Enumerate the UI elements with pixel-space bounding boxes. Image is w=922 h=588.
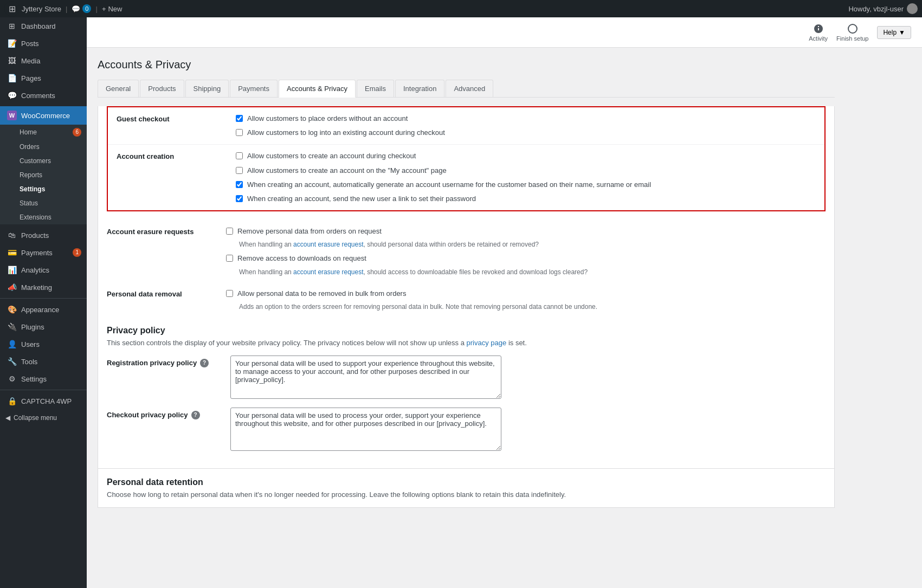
sidebar-item-marketing[interactable]: 📣 Marketing bbox=[0, 279, 87, 296]
allow-orders-no-account-label[interactable]: Allow customers to place orders without … bbox=[247, 114, 408, 124]
tab-accounts-privacy[interactable]: Accounts & Privacy bbox=[279, 80, 356, 98]
comment-badge: 0 bbox=[82, 4, 91, 13]
woocommerce-header[interactable]: W WooCommerce bbox=[0, 106, 87, 125]
finish-setup-icon bbox=[847, 23, 858, 34]
checkout-policy-help-icon[interactable]: ? bbox=[191, 411, 200, 419]
tab-integration[interactable]: Integration bbox=[395, 80, 444, 97]
account-creation-label: Account creation bbox=[117, 151, 236, 160]
allow-login-checkout-label[interactable]: Allow customers to log into an existing … bbox=[247, 128, 445, 138]
new-item-btn[interactable]: + New bbox=[102, 5, 122, 13]
tools-icon: 🔧 bbox=[7, 357, 17, 366]
woo-subitem-orders[interactable]: Orders bbox=[0, 140, 87, 154]
allow-login-checkout-checkbox[interactable] bbox=[236, 129, 243, 136]
registration-policy-help-icon[interactable]: ? bbox=[200, 359, 209, 367]
sidebar-label-plugins: Plugins bbox=[21, 323, 44, 331]
products-icon: 🛍 bbox=[7, 231, 17, 240]
registration-policy-textarea[interactable]: Your personal data will be used to suppo… bbox=[230, 356, 501, 399]
marketing-icon: 📣 bbox=[7, 283, 17, 292]
tab-shipping[interactable]: Shipping bbox=[185, 80, 229, 97]
svg-point-0 bbox=[848, 24, 857, 33]
woo-subitem-customers[interactable]: Customers bbox=[0, 154, 87, 168]
remove-downloads-hint: When handling an account erasure request… bbox=[239, 268, 826, 276]
woo-subitem-settings[interactable]: Settings bbox=[0, 182, 87, 196]
tab-emails[interactable]: Emails bbox=[357, 80, 394, 97]
comment-count[interactable]: 💬 0 bbox=[72, 4, 91, 13]
send-password-link-checkbox[interactable] bbox=[236, 195, 243, 202]
payments-icon: 💳 bbox=[7, 248, 17, 257]
woo-subitem-extensions[interactable]: Extensions bbox=[0, 210, 87, 224]
help-button[interactable]: Help ▼ bbox=[877, 26, 911, 39]
sidebar-label-marketing: Marketing bbox=[21, 283, 52, 292]
remove-personal-data-label[interactable]: Remove personal data from orders on requ… bbox=[237, 227, 382, 236]
sidebar-label-settings: Settings bbox=[21, 375, 47, 383]
remove-downloads-checkbox[interactable] bbox=[226, 255, 233, 262]
auto-generate-username-checkbox[interactable] bbox=[236, 181, 243, 188]
create-account-myaccount-checkbox[interactable] bbox=[236, 167, 243, 174]
collapse-icon: ◀ bbox=[5, 414, 10, 422]
allow-bulk-removal-checkbox[interactable] bbox=[226, 290, 233, 297]
woo-subitem-status[interactable]: Status bbox=[0, 196, 87, 210]
captcha-icon: 🔒 bbox=[7, 397, 17, 405]
tab-general[interactable]: General bbox=[98, 80, 139, 97]
sidebar-item-users[interactable]: 👤 Users bbox=[0, 335, 87, 353]
account-erasure-label: Account erasure requests bbox=[107, 227, 226, 236]
auto-generate-username-label[interactable]: When creating an account, automatically … bbox=[247, 180, 651, 190]
allow-orders-no-account-checkbox[interactable] bbox=[236, 115, 243, 122]
woocommerce-section: W WooCommerce Home 6 Orders Customers Re… bbox=[0, 104, 87, 227]
sidebar-item-analytics[interactable]: 📊 Analytics bbox=[0, 261, 87, 279]
account-erasure-link-1[interactable]: account erasure request bbox=[293, 241, 363, 248]
remove-downloads-label[interactable]: Remove access to downloads on request bbox=[237, 254, 366, 263]
guest-checkout-option-2: Allow customers to log into an existing … bbox=[236, 128, 816, 138]
collapse-menu-btn[interactable]: ◀ Collapse menu bbox=[0, 410, 87, 426]
create-account-myaccount-label[interactable]: Allow customers to create an account on … bbox=[247, 166, 447, 176]
sidebar-label-tools: Tools bbox=[21, 358, 37, 366]
sidebar-item-plugins[interactable]: 🔌 Plugins bbox=[0, 318, 87, 335]
sidebar-item-pages[interactable]: 📄 Pages bbox=[0, 69, 87, 87]
checkout-policy-row: Checkout privacy policy ? Your personal … bbox=[107, 408, 826, 451]
users-icon: 👤 bbox=[7, 340, 17, 348]
account-erasure-row: Account erasure requests Remove personal… bbox=[98, 220, 834, 282]
howdy-menu[interactable]: Howdy, vbzjl-user bbox=[848, 3, 918, 14]
guest-checkout-row: Guest checkout Allow customers to place … bbox=[108, 107, 824, 145]
appearance-icon: 🎨 bbox=[7, 305, 17, 314]
activity-button[interactable]: Activity bbox=[809, 23, 828, 42]
account-creation-option-2: Allow customers to create an account on … bbox=[236, 166, 816, 176]
sidebar-item-tools[interactable]: 🔧 Tools bbox=[0, 353, 87, 370]
sidebar-item-payments[interactable]: 💳 Payments 1 bbox=[0, 244, 87, 261]
tabs: General Products Shipping Payments Accou… bbox=[98, 80, 835, 98]
sidebar-item-appearance[interactable]: 🎨 Appearance bbox=[0, 301, 87, 318]
sidebar-label-dashboard: Dashboard bbox=[21, 22, 56, 30]
sidebar-item-dashboard[interactable]: ⊞ Dashboard bbox=[0, 17, 87, 35]
woo-subitem-reports[interactable]: Reports bbox=[0, 168, 87, 182]
create-account-checkout-label[interactable]: Allow customers to create an account dur… bbox=[247, 151, 416, 161]
privacy-policy-description: This section controls the display of you… bbox=[107, 339, 826, 347]
sidebar-item-products[interactable]: 🛍 Products bbox=[0, 227, 87, 244]
pages-icon: 📄 bbox=[7, 74, 17, 82]
remove-personal-data-checkbox[interactable] bbox=[226, 228, 233, 235]
checkout-policy-textarea[interactable]: Your personal data will be used to proce… bbox=[230, 408, 501, 451]
sidebar-item-settings[interactable]: ⚙ Settings bbox=[0, 370, 87, 387]
account-erasure-link-2[interactable]: account erasure request bbox=[293, 268, 363, 276]
tab-advanced[interactable]: Advanced bbox=[446, 80, 493, 97]
allow-bulk-removal-label[interactable]: Allow personal data to be removed in bul… bbox=[237, 289, 406, 299]
privacy-policy-heading: Privacy policy bbox=[107, 326, 826, 335]
woo-subitem-home[interactable]: Home 6 bbox=[0, 125, 87, 140]
registration-policy-row: Registration privacy policy ? Your perso… bbox=[107, 356, 826, 399]
privacy-page-link[interactable]: privacy page bbox=[467, 339, 507, 347]
settings-icon: ⚙ bbox=[7, 374, 17, 383]
send-password-link-label[interactable]: When creating an account, send the new u… bbox=[247, 194, 476, 204]
finish-setup-button[interactable]: Finish setup bbox=[836, 23, 868, 42]
tab-products[interactable]: Products bbox=[140, 80, 184, 97]
page-title: Accounts & Privacy bbox=[98, 59, 835, 71]
sidebar-item-captcha[interactable]: 🔒 CAPTCHA 4WP bbox=[0, 392, 87, 410]
main-content: Activity Finish setup Help ▼ Accounts & … bbox=[87, 17, 922, 588]
checkout-policy-label: Checkout privacy policy ? bbox=[107, 408, 226, 419]
site-name-text: Jyttery Store bbox=[22, 5, 61, 13]
sidebar-item-comments[interactable]: 💬 Comments bbox=[0, 87, 87, 104]
create-account-checkout-checkbox[interactable] bbox=[236, 152, 243, 159]
comment-icon: 💬 bbox=[72, 5, 80, 13]
sidebar-item-posts[interactable]: 📝 Posts bbox=[0, 35, 87, 52]
site-name[interactable]: Jyttery Store bbox=[22, 5, 61, 13]
tab-payments[interactable]: Payments bbox=[230, 80, 278, 97]
sidebar-item-media[interactable]: 🖼 Media bbox=[0, 52, 87, 69]
